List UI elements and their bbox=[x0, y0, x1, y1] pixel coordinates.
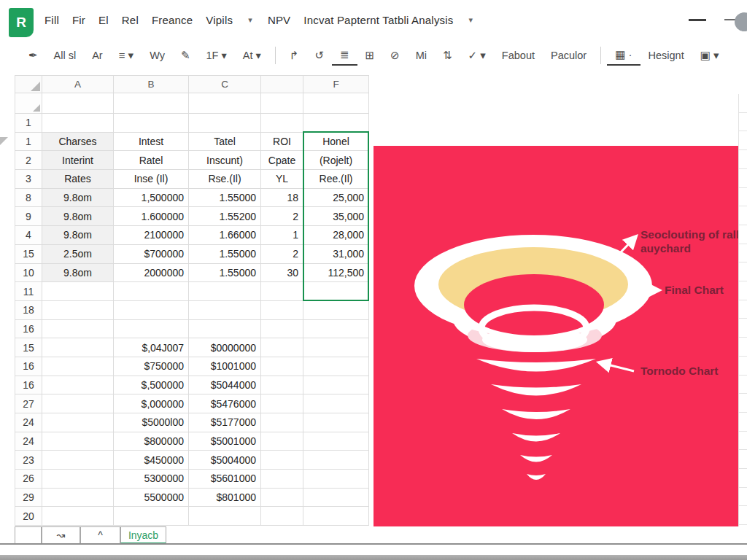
cell-C-20[interactable] bbox=[189, 507, 261, 526]
cell-A-1[interactable]: Charses bbox=[42, 132, 114, 151]
toolbar-button-icon--[interactable]: ⊞ bbox=[357, 46, 383, 65]
row-header-27[interactable]: 27 bbox=[15, 394, 42, 413]
cell-D-2[interactable]: Cpate bbox=[261, 151, 303, 170]
cell-B-8[interactable]: 1,500000 bbox=[114, 188, 189, 207]
cell-D-20[interactable] bbox=[261, 507, 303, 526]
app-logo[interactable]: R bbox=[9, 8, 34, 37]
cell-A-20[interactable] bbox=[42, 507, 114, 526]
cell-D-15[interactable] bbox=[261, 338, 303, 357]
cell-B-27[interactable]: $,000000 bbox=[114, 394, 189, 413]
row-header-1[interactable]: 1 bbox=[15, 132, 42, 151]
sheet-tab-inyacb[interactable]: Inyacb bbox=[120, 526, 166, 544]
row-header-29[interactable]: 29 bbox=[15, 488, 42, 507]
cell-D-10[interactable]: 30 bbox=[261, 263, 303, 282]
toolbar-button-mi[interactable]: Mi bbox=[408, 47, 435, 64]
cell-empty[interactable] bbox=[42, 93, 114, 114]
cell-C-27[interactable]: $5476000 bbox=[189, 394, 261, 413]
row-header-8[interactable]: 8 bbox=[15, 188, 42, 207]
cell-D-24[interactable] bbox=[261, 413, 303, 432]
cell-F-23[interactable] bbox=[303, 451, 369, 470]
row-header-15[interactable]: 15 bbox=[15, 244, 42, 263]
minimize-icon[interactable] bbox=[689, 19, 706, 21]
select-all-box[interactable] bbox=[15, 76, 42, 93]
cell-B-11[interactable] bbox=[114, 282, 189, 301]
menu-item-freance[interactable]: Freance bbox=[145, 14, 199, 26]
cell-B-1[interactable] bbox=[114, 114, 189, 133]
row-header-16[interactable]: 16 bbox=[15, 376, 42, 394]
toolbar-button-wy[interactable]: Wy bbox=[142, 47, 173, 64]
cell-D-1[interactable]: ROI bbox=[261, 132, 303, 151]
row-header-2[interactable]: 2 bbox=[15, 151, 42, 170]
cell-F-29[interactable] bbox=[303, 488, 369, 507]
cell-B-16[interactable]: $750000 bbox=[114, 357, 189, 376]
cell-B-24[interactable]: $5000l00 bbox=[114, 413, 189, 432]
toolbar-button-icon--[interactable]: ↺ bbox=[306, 46, 332, 65]
row-header-11[interactable]: 11 bbox=[15, 282, 42, 301]
cell-D-23[interactable] bbox=[261, 451, 303, 470]
cell-A-16[interactable] bbox=[42, 376, 114, 394]
cell-A-24[interactable] bbox=[42, 432, 114, 451]
cell-A-15[interactable] bbox=[42, 338, 114, 357]
cell-B-18[interactable] bbox=[114, 300, 189, 319]
row-header-blank[interactable] bbox=[15, 93, 42, 114]
row-header-15[interactable]: 15 bbox=[15, 338, 42, 357]
cell-C-2[interactable]: Inscunt) bbox=[189, 151, 261, 170]
cell-F-24[interactable] bbox=[303, 432, 369, 451]
cell-A-24[interactable] bbox=[42, 413, 114, 432]
cell-B-4[interactable]: 2100000 bbox=[114, 226, 189, 245]
cell-D-27[interactable] bbox=[261, 394, 303, 413]
toolbar-button-ar[interactable]: Ar bbox=[84, 47, 111, 64]
menu-item-incvat-papternt-tatbli-analysis[interactable]: Incvat Papternt Tatbli Analysis bbox=[297, 14, 460, 26]
cell-A-4[interactable]: 9.8om bbox=[42, 226, 114, 245]
toolbar-button-icon--[interactable]: ≡ ▾ bbox=[111, 46, 142, 65]
cell-F-15[interactable] bbox=[303, 338, 369, 357]
row-header-1[interactable]: 1 bbox=[15, 114, 42, 133]
cell-D-8[interactable]: 18 bbox=[261, 188, 303, 207]
cell-C-16[interactable] bbox=[189, 319, 261, 338]
cell-F-16[interactable] bbox=[303, 357, 369, 376]
cell-B-2[interactable]: Ratel bbox=[114, 151, 189, 170]
cell-D-15[interactable]: 2 bbox=[261, 244, 303, 263]
cell-A-23[interactable] bbox=[42, 451, 114, 470]
cell-F-15[interactable]: 31,000 bbox=[303, 244, 369, 263]
cell-F-24[interactable] bbox=[303, 413, 369, 432]
sheet-nav-prev[interactable]: ↝ bbox=[42, 526, 80, 544]
cell-F-3[interactable]: Ree.(Il) bbox=[303, 170, 369, 189]
cell-F-10[interactable]: 112,500 bbox=[303, 263, 369, 282]
cell-A-16[interactable] bbox=[42, 357, 114, 376]
menu-item-npv[interactable]: NPV bbox=[261, 14, 297, 26]
cell-C-1[interactable]: Tatel bbox=[189, 132, 261, 151]
row-header-18[interactable]: 18 bbox=[15, 300, 42, 319]
cell-A-1[interactable] bbox=[42, 114, 114, 133]
cell-B-15[interactable]: $,04J007 bbox=[114, 338, 189, 357]
column-header-F[interactable]: F bbox=[303, 76, 369, 93]
cell-D-26[interactable] bbox=[261, 470, 303, 489]
cell-F-16[interactable] bbox=[303, 376, 369, 394]
cell-A-27[interactable] bbox=[42, 394, 114, 413]
minimize-icon-small[interactable] bbox=[724, 19, 735, 20]
toolbar-button-icon--[interactable]: ✒ bbox=[20, 46, 46, 65]
row-header-4[interactable]: 4 bbox=[15, 226, 42, 245]
column-header-A[interactable]: A bbox=[42, 76, 114, 93]
cell-C-26[interactable]: $5601000 bbox=[189, 470, 261, 489]
row-header-26[interactable]: 26 bbox=[15, 470, 42, 489]
cell-A-29[interactable] bbox=[42, 488, 114, 507]
cell-A-8[interactable]: 9.8om bbox=[42, 188, 114, 207]
cell-B-16[interactable]: $,500000 bbox=[114, 376, 189, 394]
row-header-16[interactable]: 16 bbox=[15, 357, 42, 376]
row-header-10[interactable]: 10 bbox=[15, 263, 42, 282]
cell-D-24[interactable] bbox=[261, 432, 303, 451]
cell-A-18[interactable] bbox=[42, 300, 114, 319]
cell-empty[interactable] bbox=[303, 93, 369, 114]
cell-F-16[interactable] bbox=[303, 319, 369, 338]
cell-C-16[interactable]: $5044000 bbox=[189, 376, 261, 394]
cell-empty[interactable] bbox=[189, 93, 261, 114]
cell-D-16[interactable] bbox=[261, 357, 303, 376]
cell-F-18[interactable] bbox=[303, 300, 369, 319]
cell-F-9[interactable]: 35,000 bbox=[303, 207, 369, 226]
cell-A-26[interactable] bbox=[42, 470, 114, 489]
toolbar-button-fabout[interactable]: Fabout bbox=[494, 47, 543, 64]
cell-F-20[interactable] bbox=[303, 507, 369, 526]
toolbar-button-icon--[interactable]: ↱ bbox=[282, 46, 307, 65]
cell-B-15[interactable]: $700000 bbox=[114, 244, 189, 263]
